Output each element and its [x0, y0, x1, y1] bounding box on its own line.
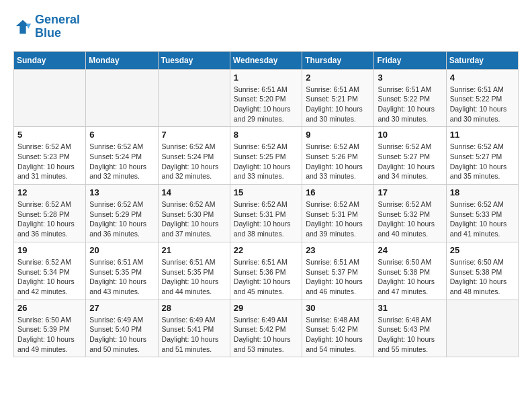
calendar-week-row: 5Sunrise: 6:52 AM Sunset: 5:23 PM Daylig… — [14, 127, 519, 185]
calendar-cell: 14Sunrise: 6:52 AM Sunset: 5:30 PM Dayli… — [158, 185, 230, 242]
day-info: Sunrise: 6:49 AM Sunset: 5:40 PM Dayligh… — [89, 315, 154, 355]
calendar-cell — [86, 69, 158, 127]
day-info: Sunrise: 6:50 AM Sunset: 5:38 PM Dayligh… — [378, 257, 442, 297]
day-info: Sunrise: 6:52 AM Sunset: 5:31 PM Dayligh… — [306, 199, 370, 239]
weekday-header-tuesday: Tuesday — [158, 51, 230, 69]
day-number: 28 — [162, 303, 226, 313]
day-info: Sunrise: 6:52 AM Sunset: 5:24 PM Dayligh… — [89, 142, 154, 181]
calendar-cell: 1Sunrise: 6:51 AM Sunset: 5:20 PM Daylig… — [230, 69, 302, 127]
calendar-cell: 18Sunrise: 6:52 AM Sunset: 5:33 PM Dayli… — [446, 185, 518, 242]
day-number: 26 — [17, 303, 82, 313]
day-info: Sunrise: 6:50 AM Sunset: 5:38 PM Dayligh… — [450, 257, 515, 297]
calendar-week-row: 12Sunrise: 6:52 AM Sunset: 5:28 PM Dayli… — [14, 185, 519, 242]
day-number: 25 — [450, 245, 515, 255]
day-info: Sunrise: 6:52 AM Sunset: 5:25 PM Dayligh… — [234, 142, 298, 181]
day-number: 13 — [89, 187, 154, 197]
day-info: Sunrise: 6:52 AM Sunset: 5:28 PM Dayligh… — [17, 199, 82, 239]
weekday-header-monday: Monday — [86, 51, 158, 69]
day-info: Sunrise: 6:51 AM Sunset: 5:22 PM Dayligh… — [450, 85, 515, 124]
day-number: 29 — [234, 303, 298, 313]
day-info: Sunrise: 6:52 AM Sunset: 5:23 PM Dayligh… — [17, 142, 82, 181]
day-info: Sunrise: 6:51 AM Sunset: 5:21 PM Dayligh… — [306, 85, 370, 124]
day-number: 6 — [89, 130, 154, 140]
day-info: Sunrise: 6:52 AM Sunset: 5:32 PM Dayligh… — [378, 199, 442, 239]
day-info: Sunrise: 6:52 AM Sunset: 5:34 PM Dayligh… — [17, 257, 82, 297]
calendar-cell: 12Sunrise: 6:52 AM Sunset: 5:28 PM Dayli… — [14, 185, 86, 242]
calendar-week-row: 1Sunrise: 6:51 AM Sunset: 5:20 PM Daylig… — [14, 69, 519, 127]
day-number: 17 — [378, 187, 442, 197]
calendar-cell: 31Sunrise: 6:48 AM Sunset: 5:43 PM Dayli… — [374, 300, 446, 357]
day-number: 16 — [306, 187, 370, 197]
day-info: Sunrise: 6:51 AM Sunset: 5:20 PM Dayligh… — [234, 85, 298, 124]
day-number: 5 — [17, 130, 82, 140]
day-number: 20 — [89, 245, 154, 255]
calendar-cell: 19Sunrise: 6:52 AM Sunset: 5:34 PM Dayli… — [14, 242, 86, 300]
calendar-cell: 6Sunrise: 6:52 AM Sunset: 5:24 PM Daylig… — [86, 127, 158, 185]
day-info: Sunrise: 6:52 AM Sunset: 5:26 PM Dayligh… — [306, 142, 370, 181]
day-number: 7 — [162, 130, 226, 140]
weekday-header-wednesday: Wednesday — [230, 51, 302, 69]
day-info: Sunrise: 6:52 AM Sunset: 5:33 PM Dayligh… — [450, 199, 515, 239]
day-number: 30 — [306, 303, 370, 313]
day-info: Sunrise: 6:52 AM Sunset: 5:30 PM Dayligh… — [162, 199, 226, 239]
weekday-header-sunday: Sunday — [14, 51, 86, 69]
calendar-cell: 4Sunrise: 6:51 AM Sunset: 5:22 PM Daylig… — [446, 69, 518, 127]
calendar-header-row: SundayMondayTuesdayWednesdayThursdayFrid… — [14, 51, 519, 69]
day-number: 23 — [306, 245, 370, 255]
calendar-cell: 20Sunrise: 6:51 AM Sunset: 5:35 PM Dayli… — [86, 242, 158, 300]
logo-icon — [13, 17, 32, 36]
calendar-cell: 13Sunrise: 6:52 AM Sunset: 5:29 PM Dayli… — [86, 185, 158, 242]
calendar-cell: 25Sunrise: 6:50 AM Sunset: 5:38 PM Dayli… — [446, 242, 518, 300]
day-info: Sunrise: 6:51 AM Sunset: 5:35 PM Dayligh… — [162, 257, 226, 297]
day-info: Sunrise: 6:51 AM Sunset: 5:37 PM Dayligh… — [306, 257, 370, 297]
day-info: Sunrise: 6:49 AM Sunset: 5:42 PM Dayligh… — [234, 315, 298, 355]
day-number: 24 — [378, 245, 442, 255]
day-number: 18 — [450, 187, 515, 197]
day-number: 22 — [234, 245, 298, 255]
calendar-cell: 15Sunrise: 6:52 AM Sunset: 5:31 PM Dayli… — [230, 185, 302, 242]
day-number: 2 — [306, 73, 370, 83]
calendar-cell: 17Sunrise: 6:52 AM Sunset: 5:32 PM Dayli… — [374, 185, 446, 242]
day-number: 15 — [234, 187, 298, 197]
weekday-header-saturday: Saturday — [446, 51, 518, 69]
day-info: Sunrise: 6:51 AM Sunset: 5:35 PM Dayligh… — [89, 257, 154, 297]
calendar-table: SundayMondayTuesdayWednesdayThursdayFrid… — [13, 51, 519, 358]
calendar-cell: 30Sunrise: 6:48 AM Sunset: 5:42 PM Dayli… — [302, 300, 374, 357]
day-number: 21 — [162, 245, 226, 255]
calendar-cell: 8Sunrise: 6:52 AM Sunset: 5:25 PM Daylig… — [230, 127, 302, 185]
calendar-cell: 24Sunrise: 6:50 AM Sunset: 5:38 PM Dayli… — [374, 242, 446, 300]
calendar-cell: 3Sunrise: 6:51 AM Sunset: 5:22 PM Daylig… — [374, 69, 446, 127]
day-number: 8 — [234, 130, 298, 140]
day-info: Sunrise: 6:52 AM Sunset: 5:24 PM Dayligh… — [162, 142, 226, 181]
page-header: General Blue — [13, 13, 519, 40]
day-info: Sunrise: 6:48 AM Sunset: 5:43 PM Dayligh… — [378, 315, 442, 355]
day-info: Sunrise: 6:52 AM Sunset: 5:27 PM Dayligh… — [378, 142, 442, 181]
calendar-cell: 11Sunrise: 6:52 AM Sunset: 5:27 PM Dayli… — [446, 127, 518, 185]
day-number: 31 — [378, 303, 442, 313]
logo-text: General Blue — [35, 13, 80, 40]
calendar-cell — [14, 69, 86, 127]
day-number: 4 — [450, 73, 515, 83]
logo: General Blue — [13, 13, 80, 40]
day-number: 3 — [378, 73, 442, 83]
weekday-header-friday: Friday — [374, 51, 446, 69]
calendar-cell: 21Sunrise: 6:51 AM Sunset: 5:35 PM Dayli… — [158, 242, 230, 300]
day-number: 10 — [378, 130, 442, 140]
calendar-cell: 5Sunrise: 6:52 AM Sunset: 5:23 PM Daylig… — [14, 127, 86, 185]
day-number: 11 — [450, 130, 515, 140]
day-info: Sunrise: 6:51 AM Sunset: 5:22 PM Dayligh… — [378, 85, 442, 124]
calendar-cell: 16Sunrise: 6:52 AM Sunset: 5:31 PM Dayli… — [302, 185, 374, 242]
day-number: 19 — [17, 245, 82, 255]
calendar-cell: 26Sunrise: 6:50 AM Sunset: 5:39 PM Dayli… — [14, 300, 86, 357]
calendar-cell: 7Sunrise: 6:52 AM Sunset: 5:24 PM Daylig… — [158, 127, 230, 185]
calendar-cell — [446, 300, 518, 357]
calendar-week-row: 19Sunrise: 6:52 AM Sunset: 5:34 PM Dayli… — [14, 242, 519, 300]
calendar-cell: 23Sunrise: 6:51 AM Sunset: 5:37 PM Dayli… — [302, 242, 374, 300]
day-info: Sunrise: 6:49 AM Sunset: 5:41 PM Dayligh… — [162, 315, 226, 355]
calendar-cell: 10Sunrise: 6:52 AM Sunset: 5:27 PM Dayli… — [374, 127, 446, 185]
day-number: 12 — [17, 187, 82, 197]
calendar-cell: 29Sunrise: 6:49 AM Sunset: 5:42 PM Dayli… — [230, 300, 302, 357]
day-info: Sunrise: 6:52 AM Sunset: 5:27 PM Dayligh… — [450, 142, 515, 181]
day-info: Sunrise: 6:51 AM Sunset: 5:36 PM Dayligh… — [234, 257, 298, 297]
day-info: Sunrise: 6:52 AM Sunset: 5:31 PM Dayligh… — [234, 199, 298, 239]
